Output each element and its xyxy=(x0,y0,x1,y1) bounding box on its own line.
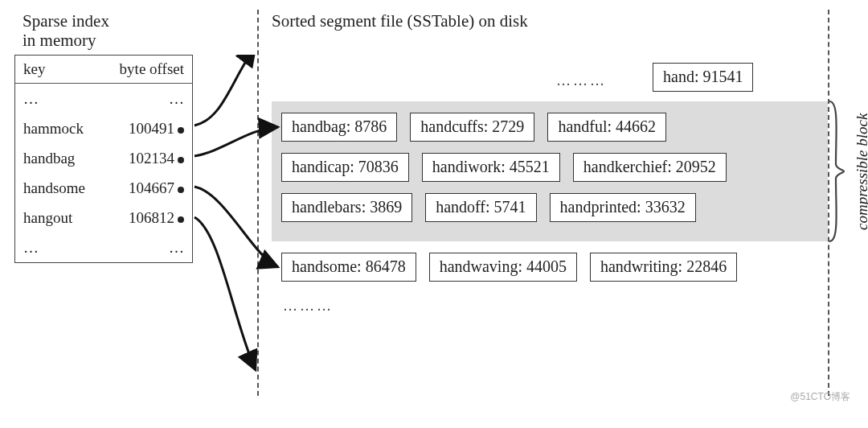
record: handsome: 86478 xyxy=(281,253,416,282)
index-col-offset: byte offset xyxy=(120,60,184,78)
prev-ellipsis: ……… xyxy=(556,72,607,89)
index-key: hangout xyxy=(23,209,72,227)
pointer-node-icon xyxy=(178,127,184,134)
brace-icon xyxy=(826,100,845,243)
heading-sparse-index: Sparse index in memory xyxy=(23,11,109,50)
index-row: handsome104667 xyxy=(15,173,192,203)
record: handbag: 8786 xyxy=(281,113,397,142)
index-offset: 106812 xyxy=(129,209,184,227)
arrow-hammock xyxy=(194,55,256,126)
heading-sparse-index-line2: in memory xyxy=(23,31,96,50)
pointer-node-icon xyxy=(178,216,184,223)
record: handprinted: 33632 xyxy=(550,193,696,222)
index-row: hammock100491 xyxy=(15,113,192,143)
index-col-key: key xyxy=(23,60,45,78)
pointer-node-icon xyxy=(178,157,184,163)
row-after-block: handsome: 86478handwaving: 44005handwrit… xyxy=(281,253,737,282)
record-row: handbag: 8786handcuffs: 2729handful: 446… xyxy=(281,113,818,142)
compressible-block-label: compressible block xyxy=(854,100,868,243)
index-offset: 104667 xyxy=(129,179,184,197)
record: handicap: 70836 xyxy=(281,153,409,182)
index-row: …… xyxy=(15,84,192,113)
index-key: handsome xyxy=(23,179,85,197)
index-offset: 102134 xyxy=(129,150,184,167)
index-row: handbag102134 xyxy=(15,143,192,173)
record: handoff: 5741 xyxy=(425,193,536,222)
record-row: handlebars: 3869handoff: 5741handprinted… xyxy=(281,193,818,222)
index-offset: 100491 xyxy=(129,120,184,138)
record: handwriting: 22846 xyxy=(590,253,737,282)
index-key: hammock xyxy=(23,120,84,138)
index-row: …… xyxy=(15,233,192,262)
next-ellipsis: ……… xyxy=(283,298,334,315)
arrow-hangout xyxy=(194,217,256,370)
heading-sparse-index-line1: Sparse index xyxy=(23,11,109,31)
index-row: hangout106812 xyxy=(15,203,192,233)
sparse-index-table: key byte offset ……hammock100491handbag10… xyxy=(14,55,193,263)
record: handwaving: 44005 xyxy=(429,253,577,282)
compressible-block: handbag: 8786handcuffs: 2729handful: 446… xyxy=(272,101,828,241)
pointer-node-icon xyxy=(178,187,184,193)
watermark: @51CTO博客 xyxy=(790,390,850,404)
index-key: … xyxy=(23,90,39,108)
index-key: … xyxy=(23,239,39,257)
record-row: handicap: 70836handiwork: 45521handkerch… xyxy=(281,153,818,182)
index-key: handbag xyxy=(23,150,75,167)
record: handiwork: 45521 xyxy=(422,153,560,182)
index-offset: … xyxy=(169,239,184,257)
record: handkerchief: 20952 xyxy=(573,153,727,182)
index-header: key byte offset xyxy=(15,56,192,84)
record: handful: 44662 xyxy=(547,113,666,142)
record-prev: hand: 91541 xyxy=(653,63,753,92)
record: handcuffs: 2729 xyxy=(410,113,534,142)
record: handlebars: 3869 xyxy=(281,193,412,222)
index-offset: … xyxy=(169,90,184,108)
